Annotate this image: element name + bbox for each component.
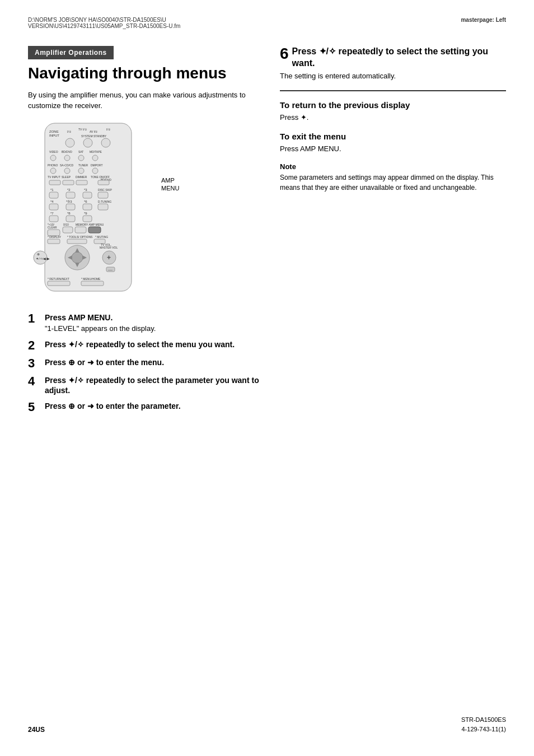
step-3-num: 3 [28, 357, 40, 370]
step-4-main: Press ✦/✧ repeatedly to select the param… [45, 375, 263, 395]
model-number: STR-DA1500ES [461, 715, 506, 725]
step-3-main: Press ⊕ or ➜ to enter the menu. [45, 357, 164, 367]
step-5-content: Press ⊕ or ➜ to enter the parameter. [45, 401, 181, 411]
step-2-content: Press ✦/✧ repeatedly to select the menu … [45, 339, 235, 349]
step-4-content: Press ✦/✧ repeatedly to select the param… [45, 375, 263, 395]
svg-text:I/①: I/① [67, 130, 72, 133]
svg-point-7 [65, 138, 74, 147]
remote-diagram-container: ZONE INPUT I/① TV I/① AV I/① I/① SYSTEM … [28, 120, 263, 301]
step-5-main: Press ⊕ or ➜ to enter the parameter. [45, 401, 181, 411]
svg-text:—: — [108, 267, 113, 272]
intro-text: By using the amplifier menus, you can ma… [28, 90, 263, 111]
svg-text:BD/DVD: BD/DVD [62, 150, 72, 153]
svg-rect-44 [98, 192, 108, 198]
svg-point-18 [92, 155, 98, 161]
svg-point-8 [83, 138, 92, 147]
svg-rect-36 [98, 180, 109, 185]
svg-rect-42 [83, 192, 92, 198]
svg-text:*⑤3: *⑤3 [66, 200, 72, 203]
svg-text:MD/TAPE: MD/TAPE [90, 150, 102, 153]
svg-rect-46 [49, 204, 58, 210]
page-container: D:\NORM'S JOB\SONY HA\SO0040\STR-DA1500E… [0, 0, 534, 756]
remote-image: ZONE INPUT I/① TV I/① AV I/① I/① SYSTEM … [28, 120, 157, 301]
svg-text:⊕: ⊕ [37, 253, 40, 256]
step-1-content: Press AMP MENU. "1-LEVEL" appears on the… [45, 312, 156, 334]
svg-text:INPUT: INPUT [49, 134, 59, 137]
svg-rect-71 [67, 239, 87, 244]
svg-rect-58 [83, 216, 92, 222]
svg-text:MEMORY AMP MENU: MEMORY AMP MENU [76, 223, 104, 226]
step-4: 4 Press ✦/✧ repeatedly to select the par… [28, 375, 263, 395]
svg-text:*6: *6 [84, 200, 87, 203]
svg-text:* TOOLS/ OPTIONS: * TOOLS/ OPTIONS [67, 235, 93, 239]
svg-text:PHONO: PHONO [48, 164, 58, 167]
header-path: D:\NORM'S JOB\SONY HA\SO0040\STR-DA1500E… [28, 17, 180, 29]
svg-rect-48 [66, 204, 75, 210]
svg-text:DISC SKIP: DISC SKIP [98, 188, 112, 192]
svg-rect-50 [83, 204, 92, 210]
note-section: Note Some parameters and settings may ap… [280, 162, 506, 193]
svg-text:* RETURN/NEXT: * RETURN/NEXT [48, 277, 69, 281]
note-text: Some parameters and settings may appear … [280, 172, 506, 193]
page-title: Navigating through menus [28, 64, 263, 83]
step-6: 6 Press ✦/✧ repeatedly to select the set… [280, 46, 506, 80]
svg-rect-34 [63, 180, 74, 185]
section-label: Amplifier Operations [28, 46, 114, 59]
step-1: 1 Press AMP MENU. "1-LEVEL" appears on t… [28, 312, 263, 334]
return-section: To return to the previous display Press … [280, 100, 506, 123]
step-6-num: 6 [280, 46, 289, 62]
bottom-right: STR-DA1500ES 4-129-743-11(1) [461, 715, 506, 734]
svg-point-26 [92, 168, 98, 174]
svg-text:✦/✧/◀/▶: ✦/✧/◀/▶ [36, 257, 50, 260]
svg-text:SAT: SAT [78, 150, 83, 153]
step-6-main: Press ✦/✧ repeatedly to select the setti… [292, 46, 506, 69]
svg-text:*2: *2 [67, 188, 71, 192]
svg-rect-70 [48, 239, 60, 244]
svg-rect-35 [76, 180, 87, 185]
svg-text:* MUTING: * MUTING [95, 235, 108, 239]
svg-text:* MENU/HOME: * MENU/HOME [81, 277, 101, 281]
svg-rect-56 [66, 216, 75, 222]
left-column: Amplifier Operations Navigating through … [28, 46, 263, 419]
svg-point-9 [101, 138, 110, 147]
svg-point-25 [78, 168, 84, 174]
svg-point-16 [64, 155, 70, 161]
step-5-num: 5 [28, 401, 40, 413]
svg-rect-91 [81, 281, 104, 286]
divider-1 [280, 90, 506, 91]
svg-text:VIDEO: VIDEO [49, 150, 58, 153]
step-2-num: 2 [28, 339, 40, 352]
svg-text:DMPORT: DMPORT [91, 164, 103, 167]
exit-text: Press AMP MENU. [280, 143, 506, 155]
exit-section: To exit the menu Press AMP MENU. [280, 132, 506, 155]
step-4-num: 4 [28, 375, 40, 388]
svg-text:TV I/①: TV I/① [78, 128, 87, 131]
svg-text:TV INPUT: TV INPUT [48, 175, 60, 179]
note-heading: Note [280, 162, 506, 171]
step-3: 3 Press ⊕ or ➜ to enter the menu. [28, 357, 263, 370]
step-1-num: 1 [28, 312, 40, 325]
svg-rect-63 [63, 227, 73, 233]
svg-text:SA-CD/CD: SA-CD/CD [60, 164, 74, 167]
return-text: Press ✦. [280, 112, 506, 123]
svg-rect-38 [49, 192, 58, 198]
exit-heading: To exit the menu [280, 132, 506, 141]
svg-rect-40 [66, 192, 75, 198]
svg-text:D.TUNING: D.TUNING [98, 200, 111, 203]
svg-point-15 [50, 155, 56, 161]
step-6-sub: The setting is entered automatically. [280, 72, 506, 80]
catalog-number: 4-129-743-11(1) [461, 725, 506, 734]
right-column: 6 Press ✦/✧ repeatedly to select the set… [280, 46, 506, 419]
svg-text:*4: *4 [50, 200, 54, 203]
step-3-content: Press ⊕ or ➜ to enter the menu. [45, 357, 164, 367]
svg-text:*8: *8 [67, 212, 71, 215]
svg-rect-66 [88, 227, 101, 233]
svg-text:*7: *7 [50, 212, 54, 215]
step-5: 5 Press ⊕ or ➜ to enter the parameter. [28, 401, 263, 413]
svg-text:*1: *1 [50, 188, 54, 192]
step-1-sub: "1-LEVEL" appears on the display. [45, 324, 156, 334]
svg-rect-52 [98, 204, 108, 210]
svg-text:SLEEP: SLEEP [62, 175, 71, 179]
content-area: Amplifier Operations Navigating through … [28, 46, 506, 419]
svg-text:AV I/①: AV I/① [90, 130, 98, 133]
